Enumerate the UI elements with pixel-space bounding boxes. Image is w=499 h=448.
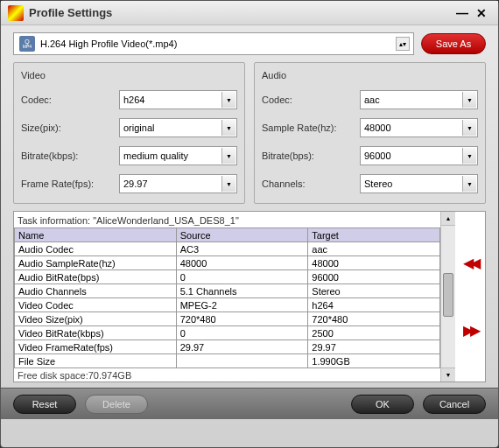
col-name[interactable]: Name — [15, 228, 177, 242]
audio-samplerate-label: Sample Rate(hz): — [262, 122, 356, 133]
table-row[interactable]: Video Size(pix)720*480720*480 — [15, 312, 440, 326]
scroll-up-icon[interactable]: ▲ — [441, 212, 455, 226]
table-row[interactable]: File Size1.990GB — [15, 354, 440, 368]
table-row[interactable]: Audio BitRate(bps)096000 — [15, 270, 440, 284]
chevron-down-icon: ▼ — [462, 120, 476, 136]
chevron-down-icon: ▼ — [462, 148, 476, 164]
audio-bitrate-label: Bitrate(bps): — [262, 150, 356, 161]
table-row[interactable]: Video FrameRate(fps)29.9729.97 — [15, 340, 440, 354]
delete-button[interactable]: Delete — [85, 395, 148, 414]
chevron-down-icon: ▼ — [221, 92, 235, 108]
video-codec-select[interactable]: h264▼ — [119, 90, 237, 109]
audio-panel-title: Audio — [262, 68, 478, 82]
bottom-bar: Reset Delete OK Cancel — [1, 388, 498, 419]
task-info-panel: Task information: "AliceWonderland_USA_D… — [13, 211, 486, 382]
video-panel-title: Video — [21, 68, 237, 82]
chevron-updown-icon: ▴▾ — [396, 37, 410, 51]
video-size-select[interactable]: original▼ — [119, 118, 237, 137]
mp4-icon: QMP4 — [19, 36, 35, 52]
video-bitrate-label: Bitrate(kbps): — [21, 150, 116, 161]
task-info-header: Task information: "AliceWonderland_USA_D… — [14, 212, 440, 228]
video-bitrate-select[interactable]: medium quality▼ — [119, 146, 237, 165]
table-row[interactable]: Video BitRate(kbps)02500 — [15, 326, 440, 340]
save-as-button[interactable]: Save As — [421, 33, 486, 54]
vertical-scrollbar[interactable]: ▲ ▼ — [440, 212, 455, 382]
chevron-down-icon: ▼ — [221, 148, 235, 164]
video-framerate-select[interactable]: 29.97▼ — [119, 174, 237, 193]
profile-selected-text: H.264 High Profile Video(*.mp4) — [40, 38, 177, 49]
audio-bitrate-select[interactable]: 96000▼ — [360, 146, 478, 165]
scroll-down-icon[interactable]: ▼ — [441, 368, 455, 382]
chevron-down-icon: ▼ — [462, 176, 476, 192]
video-panel: Video Codec: h264▼ Size(pix): original▼ … — [13, 62, 245, 204]
video-codec-label: Codec: — [21, 94, 116, 105]
next-task-button[interactable]: ▶▶ — [463, 322, 477, 339]
cancel-button[interactable]: Cancel — [423, 395, 486, 414]
close-button[interactable]: ✕ — [472, 5, 491, 21]
audio-codec-label: Codec: — [262, 94, 356, 105]
reset-button[interactable]: Reset — [13, 395, 76, 414]
audio-channels-label: Channels: — [262, 178, 356, 189]
audio-panel: Audio Codec: aac▼ Sample Rate(hz): 48000… — [254, 62, 486, 204]
titlebar: Profile Settings — ✕ — [1, 1, 498, 25]
table-row[interactable]: Video CodecMPEG-2h264 — [15, 298, 440, 312]
col-target[interactable]: Target — [308, 228, 440, 242]
table-row[interactable]: Audio SampleRate(hz)4800048000 — [15, 256, 440, 270]
prev-task-button[interactable]: ◀◀ — [463, 255, 477, 271]
chevron-down-icon: ▼ — [462, 92, 476, 108]
nav-column: ◀◀ ▶▶ — [455, 212, 485, 382]
app-icon — [8, 5, 24, 21]
profile-settings-window: Profile Settings — ✕ QMP4 H.264 High Pro… — [0, 0, 499, 448]
profile-dropdown[interactable]: QMP4 H.264 High Profile Video(*.mp4) ▴▾ — [13, 32, 414, 55]
audio-codec-select[interactable]: aac▼ — [360, 90, 478, 109]
chevron-down-icon: ▼ — [221, 176, 235, 192]
window-title: Profile Settings — [29, 6, 453, 19]
audio-channels-select[interactable]: Stereo▼ — [360, 174, 478, 193]
minimize-button[interactable]: — — [453, 5, 472, 21]
audio-samplerate-select[interactable]: 48000▼ — [360, 118, 478, 137]
ok-button[interactable]: OK — [351, 395, 414, 414]
scroll-thumb[interactable] — [443, 273, 453, 317]
col-source[interactable]: Source — [176, 228, 308, 242]
video-framerate-label: Frame Rate(fps): — [21, 178, 116, 189]
task-table: Name Source Target Audio CodecAC3aacAudi… — [14, 228, 440, 368]
table-row[interactable]: Audio CodecAC3aac — [15, 242, 440, 256]
table-row[interactable]: Audio Channels5.1 ChannelsStereo — [15, 284, 440, 298]
video-size-label: Size(pix): — [21, 122, 116, 133]
free-disk-text: Free disk space:70.974GB — [14, 368, 440, 382]
chevron-down-icon: ▼ — [221, 120, 235, 136]
